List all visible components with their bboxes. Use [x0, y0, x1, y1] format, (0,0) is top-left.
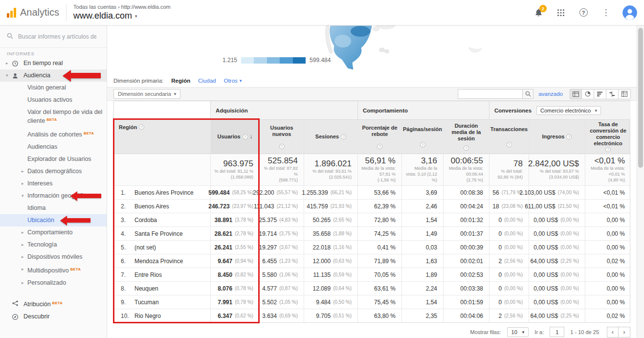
sidebar-item-label: Análisis de cohortesBETA [27, 130, 104, 138]
metric-percent: (3,75 %) [279, 231, 298, 236]
column-header-porcentaje-de-rebote[interactable]: Porcentaje de rebote? [357, 120, 401, 154]
table-row: 8.Neuquen8.076(0,78 %)4.577(0,87 %)12.08… [114, 281, 630, 295]
performance-view-icon[interactable] [594, 89, 606, 99]
region-cell[interactable]: 2.Buenos Aires [114, 200, 210, 213]
percentage-view-icon[interactable] [582, 89, 594, 99]
column-header-ingresos[interactable]: Ingresos? [529, 120, 585, 154]
summary-cell: 963.975% del total: 91,11 %(1.058.089) [210, 154, 259, 185]
region-cell[interactable]: 4.Santa Fe Province [114, 227, 210, 240]
sidebar-item-dispositivos-moviles[interactable]: ▸Dispositivos móviles [0, 251, 107, 263]
metric-cell: 8.450(0,82 %) [210, 268, 259, 281]
discover-icon [12, 313, 23, 320]
metric-cell: 0,00 % [585, 213, 631, 226]
region-cell[interactable]: 3.Cordoba [114, 213, 210, 226]
dimension-option-ciudad[interactable]: Ciudad [198, 78, 216, 84]
regions-data-table: AdquisiciónComportamientoConversionesCom… [113, 101, 630, 323]
metric-percent: (0,59 %) [333, 272, 352, 277]
metric-value: 0,02 % [607, 313, 625, 319]
metric-cell: 6.455(1,23 %) [259, 254, 304, 268]
metric-percent: (1,88 %) [333, 231, 352, 236]
advanced-search-link[interactable]: avanzado [538, 91, 563, 97]
region-cell[interactable]: 10.Rio Negro [114, 309, 210, 322]
sidebar-item-usuarios-activos[interactable]: Usuarios activos [0, 94, 107, 106]
sidebar-item-explorador-de-usuarios[interactable]: Explorador de Usuarios [0, 153, 107, 165]
sidebar-item-audiencia[interactable]: ▾Audiencia [0, 69, 107, 82]
region-cell[interactable]: 8.Neuquen [114, 282, 210, 295]
metric-value: 2,35 [426, 313, 437, 319]
sidebar-item-informacion-geografica[interactable]: ▾Información geográfica [0, 190, 107, 202]
notifications-bell-icon[interactable]: 2 [533, 7, 544, 19]
apps-grid-icon[interactable] [555, 7, 567, 19]
ecommerce-selector[interactable]: Comercio electrónico▾ [536, 106, 601, 115]
sidebar-item-audiencias[interactable]: Audiencias [0, 141, 107, 153]
column-header-duracion-media-de-la-sesion[interactable]: Duración media de la sesión? [443, 120, 489, 154]
sidebar-item-tecnologia[interactable]: ▸Tecnología [0, 239, 107, 251]
metric-value: 0,00 US$ [533, 230, 558, 237]
sidebar-search-input[interactable] [18, 33, 96, 40]
column-header-usuarios[interactable]: Usuarios?↓ [210, 120, 259, 154]
sidebar-item-en-tiempo-real[interactable]: ▸En tiempo real [0, 57, 107, 69]
metric-percent: (0,94 %) [235, 258, 253, 264]
column-header-transacciones[interactable]: Transacciones? [489, 120, 529, 154]
metric-cell: 0(0,00 %) [489, 282, 529, 295]
dimension-option-otros[interactable]: Otros ▾ [224, 78, 242, 84]
sidebar-item-comportamiento[interactable]: ▸Comportamiento [0, 226, 107, 239]
sidebar-item-ubicacion[interactable]: Ubicación [0, 214, 107, 226]
rows-per-page-select[interactable]: 10 ▾ [507, 327, 529, 337]
sidebar-item-valor-del-tiempo-de-vida-del-cliente[interactable]: Valor del tiempo de vida del clienteBETA [0, 106, 107, 127]
metric-value: 0,02 % [607, 258, 625, 265]
sidebar-item-idioma[interactable]: Idioma [0, 202, 107, 214]
column-header-region[interactable]: Región? [114, 120, 210, 154]
metric-cell: 71,89 % [357, 254, 401, 268]
column-header-sesiones[interactable]: Sesiones? [304, 120, 357, 154]
sidebar-item-atribucion[interactable]: AtribuciónBETA [0, 297, 107, 311]
prev-page-button[interactable]: ‹ [607, 327, 619, 338]
sidebar-item-datos-demograficos[interactable]: ▸Datos demográficos [0, 165, 107, 178]
column-header-tasa-de-conversion-de-comercio-electronico[interactable]: Tasa de conversión de comercio electróni… [585, 120, 631, 154]
sidebar-item-analisis-de-cohortes[interactable]: Análisis de cohortesBETA [0, 127, 107, 141]
sidebar-item-label: Datos demográficos [27, 168, 104, 175]
region-cell[interactable]: 6.Mendoza Province [114, 254, 210, 268]
table-view-icon[interactable] [570, 89, 582, 99]
column-header-usuarios-nuevos[interactable]: Usuarios nuevos? [259, 120, 304, 154]
metric-value: 0,00 US$ [533, 271, 558, 278]
sidebar-item-label: MultidispositivoBETA [27, 266, 104, 274]
user-avatar[interactable] [622, 5, 637, 20]
sidebar-item-multidispositivo[interactable]: ▸MultidispositivoBETA [0, 263, 107, 277]
secondary-dimension-button[interactable]: Dimensión secundaria ▾ [113, 89, 180, 99]
metric-value: 70,05 % [374, 271, 396, 278]
account-selector[interactable]: Todas las cuentas › http://www.eldia.com… [73, 4, 171, 21]
metric-cell: 00:03:38 [443, 282, 489, 295]
analytics-logo-icon[interactable] [7, 8, 16, 18]
more-options-kebab-icon[interactable]: ⋮ [600, 7, 612, 19]
summary-subtext: % del total: 91,11 % [215, 169, 253, 175]
column-header-paginas-sesion[interactable]: Páginas/sesión? [401, 120, 443, 154]
region-cell[interactable]: 7.Entre Rios [114, 268, 210, 281]
search-icon[interactable] [522, 89, 533, 99]
pivot-view-icon[interactable] [619, 89, 631, 99]
help-icon[interactable]: ? [577, 7, 589, 19]
table-search-input[interactable] [458, 89, 522, 99]
metric-cell: 0,00 % [585, 268, 631, 281]
metric-value: 0 [499, 244, 502, 251]
sidebar-item-vision-general[interactable]: Visión general [0, 82, 107, 94]
geo-map[interactable]: 1.215 599.484 [107, 25, 637, 74]
metric-cell: 38.891(3,78 %) [210, 213, 259, 226]
metric-value: 7.991 [218, 299, 232, 306]
goto-page-input[interactable] [550, 327, 564, 337]
scrollbar-thumb[interactable] [638, 28, 643, 168]
vertical-scrollbar[interactable] [637, 25, 644, 338]
metric-percent: (0,00 %) [504, 272, 523, 277]
region-cell[interactable]: 5.(not set) [114, 241, 210, 254]
region-cell[interactable]: 9.Tucuman [114, 295, 210, 309]
next-page-button[interactable]: › [619, 327, 630, 338]
column-header-label: Duración media de la sesión [446, 123, 486, 142]
sidebar-item-intereses[interactable]: ▸Intereses [0, 178, 107, 190]
sidebar-item-descubrir[interactable]: Descubrir [0, 311, 107, 323]
sidebar-item-personalizado[interactable]: ▸Personalizado [0, 277, 107, 289]
comparison-view-icon[interactable] [606, 89, 619, 99]
dimension-option-region[interactable]: Región [171, 78, 190, 84]
sidebar-search[interactable] [0, 25, 107, 48]
region-cell[interactable]: 1.Buenos Aires Province [114, 186, 210, 199]
goto-label: Ir a: [534, 329, 544, 335]
